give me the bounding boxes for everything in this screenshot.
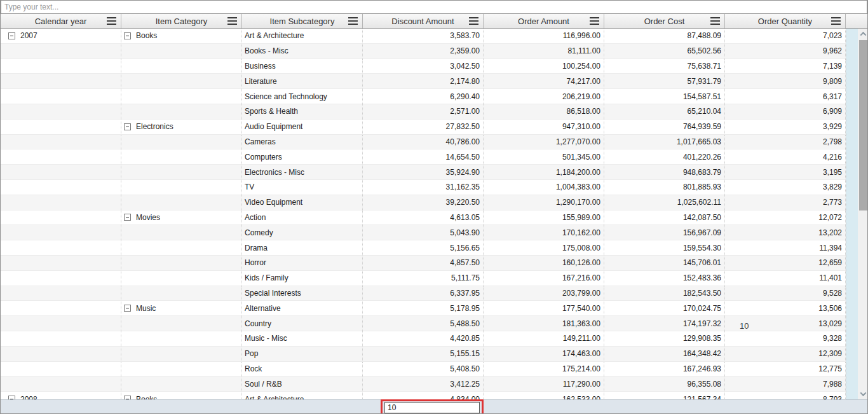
- cell-item-subcategory[interactable]: Cameras: [242, 135, 363, 149]
- cell-order-amount[interactable]: 206,219.00: [484, 89, 604, 104]
- cell-order-amount[interactable]: 177,540.00: [484, 301, 604, 315]
- cell-item-category[interactable]: [121, 74, 242, 88]
- cell-order-quantity[interactable]: 7,988: [725, 376, 846, 391]
- column-header-item-subcategory[interactable]: Item Subcategory: [242, 14, 363, 28]
- cell-calendar-year[interactable]: [1, 120, 121, 134]
- cell-discount-amount[interactable]: 6,337.95: [363, 286, 484, 301]
- cell-calendar-year[interactable]: [1, 347, 121, 361]
- cell-order-cost[interactable]: 121,567.34: [604, 392, 725, 399]
- cell-order-cost[interactable]: 801,885.93: [604, 180, 725, 195]
- cell-discount-amount[interactable]: 31,162.35: [363, 180, 484, 195]
- cell-discount-amount[interactable]: 4,420.85: [363, 331, 484, 346]
- cell-discount-amount[interactable]: 5,156.65: [363, 240, 484, 255]
- cell-order-quantity[interactable]: 13,202: [725, 225, 846, 240]
- cell-order-cost[interactable]: 87,488.09: [604, 29, 725, 43]
- cell-item-category[interactable]: [121, 149, 242, 164]
- cell-discount-amount[interactable]: 3,583.70: [363, 29, 484, 43]
- cell-order-quantity[interactable]: 6,909: [725, 104, 846, 119]
- cell-order-cost[interactable]: 159,554.30: [604, 240, 725, 255]
- cell-item-category[interactable]: [121, 89, 242, 104]
- cell-item-subcategory[interactable]: Literature: [242, 74, 363, 88]
- scrollbar-thumb[interactable]: [859, 40, 867, 210]
- vertical-scrollbar[interactable]: [858, 29, 867, 399]
- column-menu-icon[interactable]: [590, 17, 599, 25]
- cell-item-subcategory[interactable]: Action: [242, 210, 363, 225]
- cell-discount-amount[interactable]: 2,359.00: [363, 44, 484, 59]
- cell-calendar-year[interactable]: [1, 195, 121, 210]
- cell-item-category[interactable]: [121, 135, 242, 149]
- column-menu-icon[interactable]: [348, 17, 358, 25]
- cell-calendar-year[interactable]: [1, 149, 121, 164]
- cell-calendar-year[interactable]: [1, 74, 121, 88]
- cell-discount-amount[interactable]: 4,613.05: [363, 210, 484, 225]
- cell-order-amount[interactable]: 1,184,200.00: [484, 165, 604, 179]
- cell-order-amount[interactable]: 100,254.00: [484, 59, 604, 74]
- cell-item-subcategory[interactable]: Video Equipment: [242, 195, 363, 210]
- scroll-up-button[interactable]: [858, 29, 867, 39]
- cell-calendar-year[interactable]: [1, 286, 121, 301]
- cell-discount-amount[interactable]: 5,043.90: [363, 225, 484, 240]
- cell-order-quantity[interactable]: 3,195: [725, 165, 846, 179]
- cell-order-quantity[interactable]: 11,394: [725, 240, 846, 255]
- column-menu-icon[interactable]: [710, 17, 720, 25]
- cell-discount-amount[interactable]: 35,924.90: [363, 165, 484, 179]
- cell-item-subcategory[interactable]: Pop: [242, 347, 363, 361]
- cell-calendar-year[interactable]: 2007: [1, 29, 121, 43]
- cell-item-subcategory[interactable]: Science and Technology: [242, 89, 363, 104]
- cell-order-amount[interactable]: 155,989.00: [484, 210, 604, 225]
- cell-order-cost[interactable]: 156,967.09: [604, 225, 725, 240]
- cell-order-amount[interactable]: 1,004,383.00: [484, 180, 604, 195]
- cell-item-subcategory[interactable]: Computers: [242, 149, 363, 164]
- cell-item-subcategory[interactable]: Art & Architecture: [242, 392, 363, 399]
- cell-order-quantity[interactable]: 6,317: [725, 89, 846, 104]
- cell-order-amount[interactable]: 181,363.00: [484, 316, 604, 331]
- cell-item-category[interactable]: [121, 316, 242, 331]
- cell-discount-amount[interactable]: 14,654.50: [363, 149, 484, 164]
- collapse-icon[interactable]: [8, 32, 15, 39]
- cell-order-quantity[interactable]: 9,328: [725, 331, 846, 346]
- cell-item-subcategory[interactable]: Business: [242, 59, 363, 74]
- cell-order-quantity[interactable]: 9,962: [725, 44, 846, 59]
- cell-item-category[interactable]: [121, 104, 242, 119]
- cell-discount-amount[interactable]: 27,832.50: [363, 120, 484, 134]
- cell-order-cost[interactable]: 764,939.59: [604, 120, 725, 134]
- column-menu-icon[interactable]: [831, 17, 841, 25]
- cell-calendar-year[interactable]: [1, 316, 121, 331]
- cell-discount-amount[interactable]: 4,834.00: [363, 392, 484, 399]
- cell-order-amount[interactable]: 167,216.00: [484, 271, 604, 286]
- cell-item-category[interactable]: Books: [121, 392, 242, 399]
- cell-item-subcategory[interactable]: Audio Equipment: [242, 120, 363, 134]
- cell-item-category[interactable]: [121, 376, 242, 391]
- cell-discount-amount[interactable]: 5,408.50: [363, 362, 484, 376]
- cell-order-quantity[interactable]: 4,216: [725, 149, 846, 164]
- cell-discount-amount[interactable]: 3,412.25: [363, 376, 484, 391]
- cell-order-quantity[interactable]: 7,023: [725, 29, 846, 43]
- cell-calendar-year[interactable]: [1, 271, 121, 286]
- cell-order-cost[interactable]: 65,210.04: [604, 104, 725, 119]
- cell-item-subcategory[interactable]: Electronics - Misc: [242, 165, 363, 179]
- cell-order-amount[interactable]: 116,996.00: [484, 29, 604, 43]
- cell-calendar-year[interactable]: [1, 210, 121, 225]
- cell-calendar-year[interactable]: [1, 240, 121, 255]
- cell-item-subcategory[interactable]: Books - Misc: [242, 44, 363, 59]
- column-header-order-amount[interactable]: Order Amount: [484, 14, 604, 28]
- column-header-calendar-year[interactable]: Calendar year: [1, 14, 121, 28]
- cell-discount-amount[interactable]: 4,857.50: [363, 256, 484, 270]
- cell-item-subcategory[interactable]: Sports & Health: [242, 104, 363, 119]
- cell-item-category[interactable]: [121, 165, 242, 179]
- cell-order-quantity[interactable]: 12,775: [725, 362, 846, 376]
- cell-item-category[interactable]: Movies: [121, 210, 242, 225]
- column-header-discount-amount[interactable]: Discount Amount: [363, 14, 484, 28]
- cell-order-amount[interactable]: 175,008.00: [484, 240, 604, 255]
- cell-order-cost[interactable]: 164,348.42: [604, 347, 725, 361]
- cell-order-cost[interactable]: 182,543.50: [604, 286, 725, 301]
- cell-order-amount[interactable]: 86,518.00: [484, 104, 604, 119]
- cell-calendar-year[interactable]: [1, 225, 121, 240]
- cell-order-cost[interactable]: 167,246.93: [604, 362, 725, 376]
- cell-item-subcategory[interactable]: Alternative: [242, 301, 363, 315]
- cell-order-amount[interactable]: 1,290,170.00: [484, 195, 604, 210]
- cell-order-cost[interactable]: 96,355.08: [604, 376, 725, 391]
- cell-calendar-year[interactable]: [1, 256, 121, 270]
- cell-order-amount[interactable]: 174,463.00: [484, 347, 604, 361]
- collapse-icon[interactable]: [124, 305, 131, 312]
